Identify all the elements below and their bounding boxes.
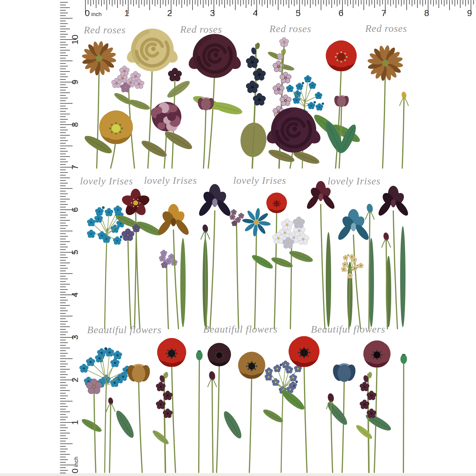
row-label-red-roses: Red roses bbox=[269, 23, 311, 34]
ruler-number: 2 bbox=[70, 378, 80, 383]
ruler-number: 7 bbox=[70, 165, 80, 170]
fabric-bottom-edge bbox=[0, 473, 476, 476]
fabric-swatch-photo: Red rosesRed rosesRed rosesRed roseslove… bbox=[0, 0, 476, 476]
row-label-lovely-irises: lovely Irises bbox=[80, 176, 133, 187]
ruler-number: 4 bbox=[253, 8, 258, 18]
ruler-number: 9 bbox=[467, 8, 472, 18]
ruler-number: 7 bbox=[381, 8, 386, 18]
row-label-beautiful-flowers: Beautiful flowers bbox=[203, 324, 278, 335]
ruler-number: 9 bbox=[70, 80, 80, 85]
ruler-number: 2 bbox=[167, 8, 172, 18]
ruler-number: 3 bbox=[210, 8, 215, 18]
ruler-number: 8 bbox=[70, 122, 80, 127]
ruler-number: 3 bbox=[70, 335, 80, 340]
ruler-number: 1 bbox=[70, 420, 80, 425]
row-label-lovely-irises: lovely Irises bbox=[144, 175, 197, 186]
ruler-number: 1 bbox=[124, 8, 129, 18]
row-label-lovely-irises: lovely Irises bbox=[233, 175, 286, 186]
row-label-lovely-irises: lovely Irises bbox=[328, 176, 381, 187]
ruler-number: 6 bbox=[70, 207, 80, 212]
row-label-beautiful-flowers: Beautiful flowers bbox=[87, 324, 162, 335]
swatch-scene: Red rosesRed rosesRed rosesRed roseslove… bbox=[0, 0, 476, 476]
ruler-number: 10 bbox=[70, 35, 80, 44]
row-label-red-roses: Red roses bbox=[84, 24, 126, 35]
ruler-number: 6 bbox=[339, 8, 344, 18]
fabric-background bbox=[0, 0, 476, 476]
ruler-number: 5 bbox=[296, 8, 301, 18]
row-label-red-roses: Red roses bbox=[180, 24, 222, 35]
ruler-number: 5 bbox=[70, 250, 80, 255]
row-label-beautiful-flowers: Beautiful flowers bbox=[311, 324, 385, 335]
ruler-number: 8 bbox=[424, 8, 429, 18]
ruler-number: 4 bbox=[70, 292, 80, 298]
row-label-red-roses: Red roses bbox=[365, 23, 407, 34]
